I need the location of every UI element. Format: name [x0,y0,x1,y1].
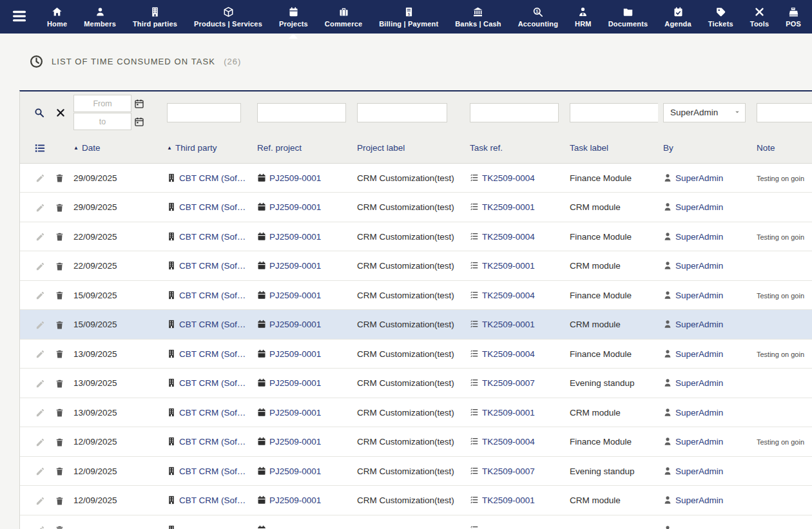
calendar-picker-icon[interactable] [134,99,144,109]
menu-icon[interactable] [0,0,39,34]
note-filter-input[interactable] [757,103,812,122]
edit-icon[interactable] [35,260,45,271]
nav-item-members[interactable]: Members [75,0,124,34]
header-note[interactable]: Note [751,133,812,163]
note-cell [751,515,812,529]
date-cell: 13/09/2025 [68,398,162,427]
user-icon [663,260,672,271]
nav-item-pos[interactable]: POS [777,0,809,34]
user-icon [663,524,672,529]
edit-icon[interactable] [35,231,45,242]
nav-item-commerce[interactable]: Commerce [316,0,371,34]
edit-icon[interactable] [35,201,45,213]
edit-icon[interactable] [35,348,45,360]
header-ref-project[interactable]: Ref. project [252,133,352,163]
task-label-cell: Evening standup [565,369,658,398]
calendar-picker-icon[interactable] [134,117,144,127]
nav-item-products-services[interactable]: Products | Services [186,0,271,34]
task-ref-cell: TK2509-0001 [465,251,565,281]
third-party-icon [167,494,176,506]
nav-item-banks-cash[interactable]: Banks | Cash [447,0,509,34]
billing-payment-icon: $ [403,6,414,17]
delete-icon[interactable] [55,201,64,213]
delete-icon[interactable] [55,494,64,506]
edit-icon[interactable] [35,377,45,389]
nav-item-label: Tickets [708,20,733,28]
third-party-icon [167,436,176,447]
delete-icon[interactable] [55,436,64,447]
nav-item-tools[interactable]: Tools [742,0,777,34]
task-icon [470,524,479,529]
nav-item-accounting[interactable]: $Accounting [510,0,566,34]
nav-item-projects[interactable]: Projects [271,0,316,34]
header-project-label[interactable]: Project label [352,133,465,163]
task-label-filter-input[interactable] [570,103,658,122]
task-ref-cell: TK2509-0004 [465,163,565,193]
ref-project-cell: PJ2509-0001 [252,280,352,310]
nav-item-tickets[interactable]: Tickets [700,0,742,34]
record-count: (26) [224,57,241,66]
edit-icon[interactable] [35,407,45,418]
nav-item-documents[interactable]: Documents [600,0,657,34]
top-navbar: HomeMembersThird partiesProducts | Servi… [0,0,812,34]
project-label-filter-input[interactable] [357,103,447,122]
task-icon [470,201,479,213]
table-row: 12/09/2025CBT CRM (Sof…PJ2509-0001CRM Cu… [20,427,812,457]
task-ref-cell: TK2509-0004 [465,222,565,251]
nav-item-label: Billing | Payment [379,20,438,28]
nav-items: HomeMembersThird partiesProducts | Servi… [39,0,812,34]
edit-icon[interactable] [35,172,45,184]
delete-icon[interactable] [55,348,64,360]
task-ref-cell: TK2509-0001 [465,398,565,427]
nav-item-hrm[interactable]: HRM [566,0,600,34]
row-actions [20,398,68,427]
delete-icon[interactable] [55,289,64,301]
header-date[interactable]: ▲Date [68,133,162,163]
edit-icon[interactable] [35,465,45,477]
by-cell: SuperAdmin [658,427,751,457]
documents-icon [623,6,633,17]
task-ref-cell: TK2509-0004 [465,280,565,310]
delete-icon[interactable] [55,465,64,477]
ref-project-filter-input[interactable] [257,103,346,122]
row-actions [20,427,68,457]
row-actions [20,251,68,281]
nav-item-third-parties[interactable]: Third parties [124,0,186,34]
nav-item-home[interactable]: Home [39,0,75,34]
third-party-filter-input[interactable] [167,103,241,122]
date-to-input[interactable] [73,113,131,130]
ref-project-cell: PJ2509-0001 [252,339,352,369]
date-cell: 15/09/2025 [68,280,162,310]
edit-icon[interactable] [35,318,45,330]
header-task-ref[interactable]: Task ref. [465,133,565,163]
nav-item-billing-payment[interactable]: $Billing | Payment [371,0,447,34]
delete-icon[interactable] [55,407,64,418]
project-label-cell: CRM Customization(test) [352,193,465,222]
edit-icon[interactable] [35,436,45,447]
date-from-input[interactable] [73,95,131,112]
delete-icon[interactable] [55,172,64,184]
header-task-label[interactable]: Task label [565,133,658,163]
nav-item-agenda[interactable]: Agenda [656,0,699,34]
delete-icon[interactable] [55,260,64,271]
by-filter-select[interactable]: SuperAdmin [663,103,746,122]
chevron-down-icon [733,107,741,119]
edit-icon[interactable] [35,494,45,506]
edit-icon[interactable] [35,289,45,301]
header-third-party[interactable]: ▲Third party [162,133,252,163]
clear-filters-icon[interactable] [55,107,66,119]
edit-icon[interactable] [35,524,45,529]
row-actions [20,456,68,486]
task-icon [470,260,479,271]
delete-icon[interactable] [55,377,64,389]
table-row: 12/09/2025CBT CRM (Sof…PJ2509-0001CRM Cu… [20,456,812,486]
delete-icon[interactable] [55,318,64,330]
nav-item-label: Tools [750,20,769,28]
delete-icon[interactable] [55,524,64,529]
delete-icon[interactable] [55,231,64,242]
third-party-icon [167,348,176,360]
task-ref-filter-input[interactable] [470,103,559,122]
header-by[interactable]: By [658,133,751,163]
search-icon[interactable] [34,107,44,119]
column-selector-icon[interactable] [25,142,46,154]
